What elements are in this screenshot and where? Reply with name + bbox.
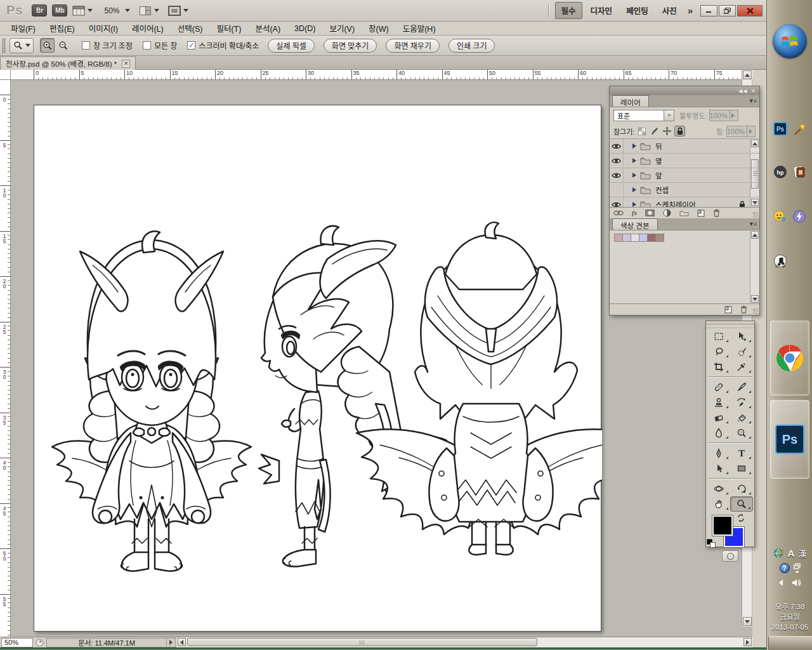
tool-gradient[interactable] — [730, 410, 753, 425]
menu-item[interactable]: 창(W) — [362, 21, 396, 36]
options-action-button[interactable]: 화면 맞추기 — [324, 39, 377, 53]
quicklaunch-messenger[interactable] — [772, 208, 789, 225]
tab-close-icon[interactable]: ✕ — [122, 60, 130, 68]
chevron-right-icon[interactable] — [747, 126, 754, 136]
quick-mask-button[interactable] — [722, 550, 738, 562]
layer-style-icon[interactable]: fx — [632, 209, 637, 216]
language-bar-icon[interactable] — [773, 548, 784, 559]
lock-position-icon[interactable] — [662, 126, 672, 136]
new-group-icon[interactable] — [679, 209, 689, 216]
tool-type[interactable]: T — [730, 446, 753, 461]
quicklaunch-wizard[interactable] — [791, 121, 808, 137]
scroll-down-button[interactable] — [743, 617, 752, 626]
layer-row[interactable]: 컨셉 — [610, 183, 759, 197]
checkbox-box[interactable] — [143, 41, 151, 50]
tab-layers[interactable]: 레이어 — [612, 95, 649, 107]
tool-blur[interactable] — [707, 425, 730, 441]
option-checkbox[interactable]: ✓ 스크러비 확대/축소 — [187, 40, 259, 51]
current-tool-preview[interactable] — [10, 38, 34, 53]
swap-colors-icon[interactable] — [737, 514, 745, 522]
panel-menu-icon[interactable]: ▼≡ — [749, 98, 756, 104]
blend-mode-select[interactable]: 표준 — [613, 110, 674, 121]
default-colors-icon[interactable] — [707, 539, 716, 548]
tool-dodge[interactable] — [730, 425, 753, 441]
visibility-toggle[interactable] — [610, 154, 624, 168]
color-swatch[interactable] — [639, 234, 648, 242]
tool-healing-brush[interactable] — [707, 380, 730, 395]
tab-swatches[interactable]: 색상 견본 — [612, 218, 658, 230]
swatches-scrollbar[interactable] — [750, 230, 759, 303]
menu-item[interactable]: 필터(T) — [209, 21, 248, 36]
scroll-up-button[interactable] — [743, 70, 752, 79]
menu-item[interactable]: 분석(A) — [248, 21, 287, 36]
workspace-button[interactable]: 디자인 — [585, 3, 619, 18]
color-swatch[interactable] — [655, 234, 664, 242]
quicklaunch-lightning[interactable] — [791, 208, 808, 225]
expand-group-arrow[interactable] — [632, 187, 636, 192]
menu-item[interactable]: 편집(E) — [43, 21, 82, 36]
color-swatch[interactable] — [622, 234, 631, 242]
options-action-button[interactable]: 인쇄 크기 — [449, 39, 495, 53]
panel-menu-icon[interactable]: ▼≡ — [749, 221, 756, 227]
workspace-overflow-chevron[interactable]: » — [688, 5, 693, 16]
tool-marquee[interactable] — [707, 329, 730, 344]
collapse-panels-icon[interactable]: ◀◀ — [738, 88, 747, 94]
taskbar-clock[interactable]: 오후 7:38 금요일 2013-07-05 — [767, 602, 812, 632]
color-swatch[interactable] — [614, 234, 623, 242]
status-flyout-button[interactable] — [167, 638, 176, 647]
resize-grip[interactable] — [753, 308, 759, 314]
restore-button[interactable] — [719, 5, 736, 17]
new-layer-icon[interactable] — [697, 209, 705, 217]
chevron-down-icon[interactable] — [664, 110, 674, 121]
quicklaunch-photoshop[interactable]: Ps — [772, 121, 789, 137]
option-checkbox[interactable]: 모든 창 — [143, 40, 177, 51]
menu-item[interactable]: 파일(F) — [4, 21, 43, 36]
visibility-toggle[interactable] — [610, 139, 624, 153]
color-swatch[interactable] — [631, 234, 639, 242]
show-hidden-icons-arrow[interactable] — [779, 580, 783, 586]
document-horizontal-scrollbar[interactable] — [177, 637, 752, 647]
ime-language-button[interactable]: A — [788, 548, 795, 559]
delete-swatch-icon[interactable] — [740, 305, 747, 314]
menu-item[interactable]: 이미지(I) — [82, 21, 125, 36]
tool-3d-rotate[interactable] — [707, 481, 730, 496]
tools-panel-grip[interactable] — [706, 321, 754, 328]
zoom-out-toggle[interactable] — [56, 38, 70, 53]
lock-all-icon[interactable] — [674, 126, 685, 136]
workspace-button[interactable]: 페인팅 — [620, 3, 654, 18]
taskbar-chrome-button[interactable] — [770, 321, 809, 395]
workspace-button[interactable]: 필수 — [555, 2, 582, 19]
chevron-right-icon[interactable] — [730, 110, 737, 121]
menu-item[interactable]: 3D(D) — [287, 23, 322, 34]
status-zoom-field[interactable]: 50% — [1, 638, 33, 647]
view-extras-button[interactable] — [72, 6, 93, 16]
document-size-info[interactable]: 문서: 11.4M/47.1M — [46, 638, 167, 647]
scroll-left-button[interactable] — [178, 638, 186, 646]
start-button[interactable] — [773, 24, 807, 58]
visibility-toggle[interactable] — [610, 197, 624, 208]
menu-item[interactable]: 도움말(H) — [396, 21, 443, 36]
layer-row[interactable]: 뒤 — [610, 139, 759, 154]
arrange-documents-button[interactable] — [139, 6, 159, 16]
menu-item[interactable]: 보기(V) — [322, 21, 362, 36]
color-swatch[interactable] — [647, 234, 656, 242]
fill-field[interactable]: 100% — [726, 126, 756, 137]
zoom-level-select[interactable]: 50% — [102, 6, 129, 16]
vertical-ruler[interactable]: 0510152025303540455055 — [0, 80, 11, 637]
delete-layer-icon[interactable] — [713, 209, 720, 217]
show-desktop-button[interactable] — [768, 636, 812, 650]
close-panel-icon[interactable]: ✕ — [751, 88, 756, 94]
visibility-toggle[interactable] — [610, 168, 624, 182]
expand-group-arrow[interactable] — [632, 143, 636, 149]
close-button[interactable] — [737, 5, 763, 17]
scroll-down-button[interactable] — [751, 295, 759, 303]
tool-history-brush[interactable] — [730, 395, 753, 410]
link-layers-icon[interactable] — [613, 210, 624, 216]
checkbox-box[interactable]: ✓ — [187, 41, 195, 50]
expand-group-arrow[interactable] — [632, 158, 636, 163]
resize-grip[interactable] — [753, 212, 759, 218]
quicklaunch-hp[interactable]: hp — [772, 164, 789, 180]
options-action-button[interactable]: 화면 채우기 — [386, 39, 440, 53]
tool-3d-orbit[interactable] — [730, 481, 753, 496]
expand-group-arrow[interactable] — [632, 173, 636, 178]
